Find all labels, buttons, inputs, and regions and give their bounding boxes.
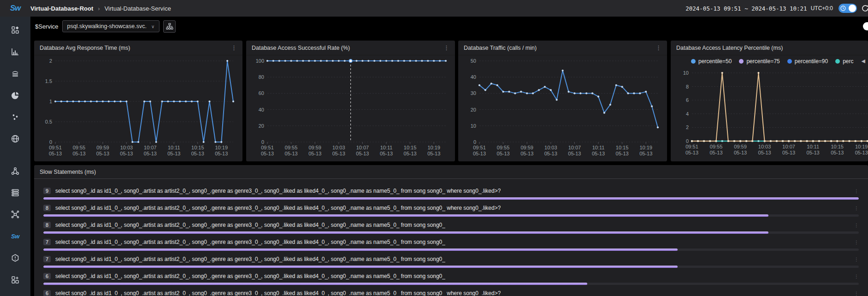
svg-text:05-13: 05-13 xyxy=(261,151,274,156)
time-auto-toggle[interactable] xyxy=(838,4,857,13)
slow-statement-bar-track xyxy=(43,249,859,251)
avg-response-time-chart[interactable]: 00.511.5209:5105-1309:5505-1309:5905-131… xyxy=(38,55,239,159)
latency-percentile-chart[interactable]: 024681009:5105-1309:5505-1309:5905-1310:… xyxy=(674,67,868,158)
panel-title: Database Access Latency Percentile (ms) xyxy=(676,45,783,51)
edit-toggle-knob[interactable] xyxy=(863,22,868,30)
svg-text:05-13: 05-13 xyxy=(473,151,486,156)
sitemap-icon xyxy=(166,23,173,30)
svg-text:05-13: 05-13 xyxy=(685,150,698,155)
svg-text:09:51: 09:51 xyxy=(49,145,62,150)
sidebar-item-skywalking-logo[interactable]: Sw xyxy=(8,231,22,242)
slow-statement-bar-fill xyxy=(43,214,768,217)
svg-text:05-13: 05-13 xyxy=(497,151,510,156)
bar-chart-icon xyxy=(11,47,20,56)
panel-title: Database Access Successful Rate (%) xyxy=(252,45,350,51)
breadcrumb-current[interactable]: Virtual-Database-Service xyxy=(105,5,171,12)
slow-statement-value-badge: 8 xyxy=(43,205,51,211)
row-menu-icon[interactable]: ⋮ xyxy=(854,223,859,228)
svg-text:2: 2 xyxy=(686,124,689,130)
slow-statement-row[interactable]: 9select song0_.id as id1_0_, song0_.arti… xyxy=(43,187,859,200)
clock-icon xyxy=(840,5,846,12)
legend-label: percentile=50 xyxy=(698,58,732,65)
sidebar-item-globe[interactable] xyxy=(8,133,22,145)
svg-text:09:55: 09:55 xyxy=(285,145,298,150)
svg-text:10:11: 10:11 xyxy=(807,144,819,149)
legend-item-perc[interactable]: perc xyxy=(835,58,853,65)
slow-statement-bar-fill xyxy=(43,197,859,200)
sidebar-item-mesh[interactable] xyxy=(8,209,22,220)
sidebar-item-scatter[interactable] xyxy=(8,111,22,123)
slow-statement-row[interactable]: 7select song0_.id as id1_0_, song0_.arti… xyxy=(43,238,859,251)
layers-icon xyxy=(11,69,20,78)
svg-text:05-13: 05-13 xyxy=(72,151,85,156)
slow-statement-row[interactable]: 8select song0_.id as id1_0_, song0_.arti… xyxy=(43,204,859,217)
sidebar-item-topology[interactable] xyxy=(8,165,22,177)
slow-statement-row[interactable]: 7select song0_.id as id1_0_, song0_.arti… xyxy=(43,255,859,268)
sidebar-item-bar-chart[interactable] xyxy=(8,46,22,57)
row-menu-icon[interactable]: ⋮ xyxy=(854,274,859,279)
app-root: Sw Virtual-Database-Root › Virtual-Datab… xyxy=(0,0,868,296)
row-menu-icon[interactable]: ⋮ xyxy=(854,189,859,194)
svg-text:1.5: 1.5 xyxy=(45,78,52,84)
refresh-icon[interactable] xyxy=(861,4,868,13)
slow-statements-title: Slow Statements (ms) xyxy=(40,169,96,175)
panel-title: Database Avg Response Time (ms) xyxy=(40,45,130,51)
svg-text:0: 0 xyxy=(49,139,52,145)
svg-text:8: 8 xyxy=(686,84,689,89)
slow-statement-row[interactable]: 6select song0_.id as id1_0_, song0_.arti… xyxy=(43,272,859,285)
slow-statement-line: 7select song0_.id as id1_0_, song0_.arti… xyxy=(43,255,859,263)
svg-text:10:19: 10:19 xyxy=(639,145,652,150)
slow-statement-line: 8select song0_.id as id1_0_, song0_.arti… xyxy=(43,204,859,212)
svg-text:0: 0 xyxy=(473,139,476,145)
svg-text:100: 100 xyxy=(256,58,264,64)
svg-text:05-13: 05-13 xyxy=(332,151,345,156)
time-range-picker[interactable]: 2024-05-13 09:51 ~ 2024-05-13 10:21 xyxy=(685,5,807,12)
row-menu-icon[interactable]: ⋮ xyxy=(854,240,859,245)
breadcrumb-root[interactable]: Virtual-Database-Root xyxy=(30,5,93,12)
svg-text:09:55: 09:55 xyxy=(73,145,86,150)
legend-item-percentile=90[interactable]: percentile=90 xyxy=(787,58,828,65)
slow-statement-bar-track xyxy=(43,231,859,234)
svg-text:05-13: 05-13 xyxy=(709,150,722,155)
sidebar-item-server-list[interactable] xyxy=(8,187,22,198)
legend-item-percentile=75[interactable]: percentile=75 xyxy=(739,58,779,65)
traffic-chart[interactable]: 0102030405009:5105-1309:5505-1309:5905-1… xyxy=(462,55,663,159)
svg-text:09:51: 09:51 xyxy=(685,144,698,149)
svg-text:40: 40 xyxy=(259,107,264,112)
svg-text:05-13: 05-13 xyxy=(616,151,629,156)
slow-statement-line: 6select song0_.id as id1_0_, song0_.arti… xyxy=(43,272,859,280)
service-topology-button[interactable] xyxy=(163,20,176,33)
legend-label: percentile=90 xyxy=(795,58,828,65)
panel-menu-icon[interactable]: ⋮ xyxy=(443,45,449,51)
row-menu-icon[interactable]: ⋮ xyxy=(854,257,859,262)
svg-text:05-13: 05-13 xyxy=(120,151,133,156)
panel-menu-icon[interactable]: ⋮ xyxy=(655,45,661,51)
panel-menu-icon[interactable]: ⋮ xyxy=(231,45,237,51)
legend-scroll-left-icon[interactable]: ◀ xyxy=(859,58,865,64)
widgets-icon xyxy=(11,275,20,284)
svg-text:09:59: 09:59 xyxy=(96,145,109,150)
svg-text:09:59: 09:59 xyxy=(308,145,321,150)
success-rate-chart[interactable]: 02040608010009:5105-1309:5505-1309:5905-… xyxy=(250,55,451,159)
slow-statement-line: 6select song0_.id as id1_0_, song0_.arti… xyxy=(43,290,859,296)
sidebar-item-alarm[interactable] xyxy=(8,252,22,264)
svg-text:05-13: 05-13 xyxy=(285,151,298,156)
svg-text:05-13: 05-13 xyxy=(807,150,820,155)
sidebar-item-pie-chart[interactable] xyxy=(8,89,22,101)
svg-text:10:15: 10:15 xyxy=(404,145,417,150)
row-menu-icon[interactable]: ⋮ xyxy=(854,206,859,211)
slow-statement-row[interactable]: 8select song0_.id as id1_0_, song0_.arti… xyxy=(43,221,859,234)
service-toolbar: $Service psql.skywalking-showcase.svc. ∨ xyxy=(30,17,868,36)
svg-text:60: 60 xyxy=(259,90,264,96)
service-select[interactable]: psql.skywalking-showcase.svc. ∨ xyxy=(62,20,160,32)
skywalking-logo-icon[interactable]: Sw xyxy=(0,4,30,13)
legend-item-percentile=50[interactable]: percentile=50 xyxy=(691,58,732,65)
sidebar-item-marketplace[interactable] xyxy=(8,24,22,36)
sidebar-item-widgets[interactable] xyxy=(8,274,22,286)
svg-text:10:03: 10:03 xyxy=(120,145,133,150)
slow-statement-row[interactable]: 6select song0_.id as id1_0_, song0_.arti… xyxy=(43,290,859,296)
slow-statement-sql: select song0_.id as id1_0_, song0_.artis… xyxy=(55,290,501,296)
sidebar-item-layers[interactable] xyxy=(8,68,22,79)
row-menu-icon[interactable]: ⋮ xyxy=(854,291,859,296)
svg-text:4: 4 xyxy=(686,111,689,117)
